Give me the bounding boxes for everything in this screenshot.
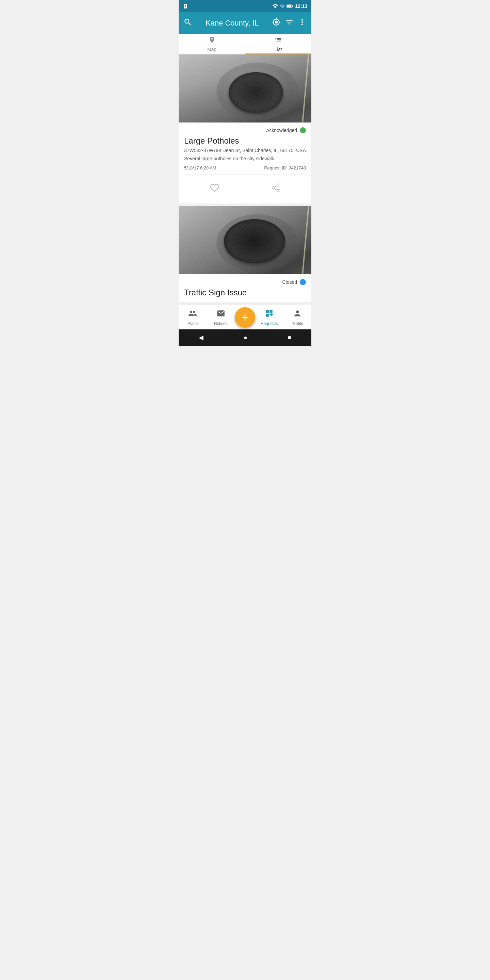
requests-nav-label: Requests [261, 321, 278, 326]
tab-list[interactable]: List [245, 34, 311, 54]
card-1-status-label: Acknowledged [266, 127, 297, 133]
card-1-body: Acknowledged Large Potholes 37W542-37W79… [179, 123, 311, 204]
battery-icon: ⚡ [286, 4, 293, 8]
profile-nav-label: Profile [292, 321, 303, 326]
app-header: Kane County, IL [179, 12, 311, 34]
list-tab-icon [275, 36, 282, 45]
notices-nav-icon [216, 309, 225, 320]
bottom-navigation: Place Notices Requests Profile [179, 305, 311, 329]
wifi-icon [272, 4, 278, 8]
card-1-description: Several large potholes on the city sidew… [184, 156, 306, 161]
place-nav-icon [188, 309, 197, 320]
card-2-body: Closed Traffic Sign Issue [179, 274, 311, 302]
location-icon[interactable] [272, 18, 281, 29]
card-2-title: Traffic Sign Issue [184, 288, 306, 298]
card-1-request-id: Request ID: 3421748 [264, 165, 306, 170]
add-icon [240, 312, 250, 323]
more-menu-icon[interactable] [298, 18, 307, 29]
svg-line-9 [274, 186, 277, 188]
view-tabs: Map List [179, 34, 311, 54]
filter-icon[interactable] [285, 18, 294, 29]
search-icon[interactable] [183, 18, 192, 29]
header-title: Kane County, IL [196, 19, 268, 27]
texture-overlay-2 [179, 206, 311, 274]
card-1-title: Large Potholes [184, 136, 306, 146]
svg-rect-10 [179, 206, 311, 274]
card-1-image [179, 54, 311, 123]
add-fab-button[interactable] [235, 307, 255, 328]
issue-card-1: Acknowledged Large Potholes 37W542-37W79… [179, 54, 311, 204]
card-1-date: 5/18/17 6:20 AM [184, 165, 216, 170]
svg-point-5 [277, 184, 279, 186]
card-1-status-row: Acknowledged [184, 127, 306, 134]
nav-notices[interactable]: Notices [207, 309, 235, 326]
card-1-actions [184, 179, 306, 199]
heart-icon [210, 183, 220, 192]
home-button[interactable]: ● [235, 331, 256, 344]
card-2-image [179, 206, 311, 274]
content-area: Acknowledged Large Potholes 37W542-37W79… [179, 54, 311, 302]
card-1-address: 37W542-37W798 Dean St, Saint Charles, IL… [184, 148, 306, 153]
svg-point-6 [272, 187, 274, 189]
svg-rect-1 [292, 5, 293, 6]
system-navigation: ◀ ● ■ [179, 329, 311, 346]
signal-icon [280, 4, 285, 8]
nav-profile[interactable]: Profile [283, 309, 312, 326]
card-1-status-dot [300, 127, 306, 134]
svg-point-7 [277, 189, 279, 192]
profile-nav-icon [293, 309, 302, 320]
tab-list-label: List [275, 47, 282, 52]
issue-card-2: Closed Traffic Sign Issue [179, 206, 311, 302]
card-2-status-label: Closed [282, 279, 297, 285]
status-bar-right: ⚡ 12:13 [272, 3, 307, 9]
card-2-status-row: Closed [184, 279, 306, 285]
status-bar-left [183, 3, 188, 9]
nav-place[interactable]: Place [179, 309, 207, 326]
share-icon [271, 183, 280, 192]
back-button[interactable]: ◀ [191, 331, 212, 344]
recent-apps-button[interactable]: ■ [279, 331, 299, 344]
place-nav-label: Place [188, 321, 198, 326]
svg-rect-4 [179, 54, 311, 123]
sim-card-icon [183, 3, 188, 9]
card-1-meta: 5/18/17 6:20 AM Request ID: 3421748 [184, 165, 306, 175]
svg-line-8 [274, 189, 277, 190]
map-tab-icon [208, 36, 216, 45]
texture-overlay [179, 54, 311, 123]
svg-text:⚡: ⚡ [288, 5, 291, 8]
notices-nav-label: Notices [214, 321, 228, 326]
tab-map-label: Map [207, 47, 216, 52]
like-button[interactable] [196, 180, 233, 197]
status-bar: ⚡ 12:13 [179, 0, 311, 12]
tab-map[interactable]: Map [179, 34, 245, 54]
nav-requests[interactable]: Requests [255, 309, 283, 326]
status-time: 12:13 [295, 3, 307, 9]
share-button[interactable] [257, 180, 294, 197]
card-2-status-dot [300, 279, 306, 285]
requests-nav-icon [265, 309, 274, 320]
